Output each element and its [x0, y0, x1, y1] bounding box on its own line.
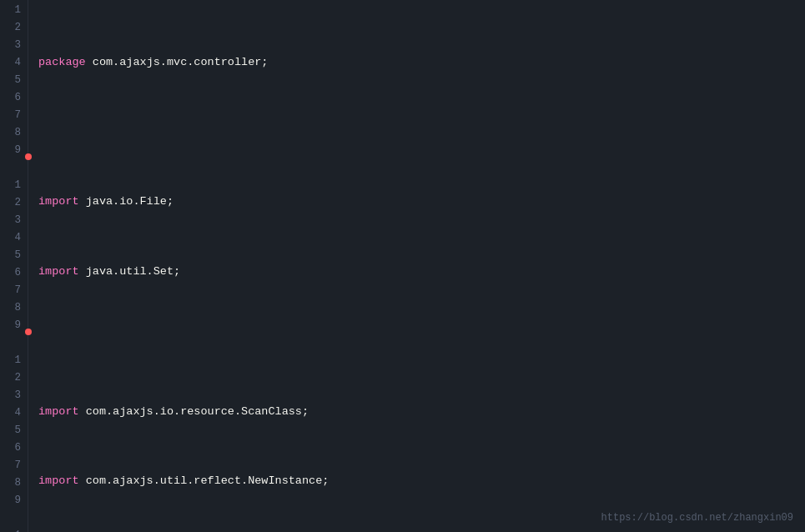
code-line-5 — [38, 334, 805, 351]
code-line-7: import com.ajaxjs.util.reflect.NewInstan… — [38, 473, 805, 490]
code-line-1: package com.ajaxjs.mvc.controller; — [38, 54, 805, 72]
code-lines: package com.ajaxjs.mvc.controller; impor… — [28, 0, 805, 532]
line-numbers: 1 2 3 4 5 6 7 8 9 1 2 3 4 5 6 7 8 9 1 2 … — [0, 0, 28, 532]
code-line-2 — [38, 124, 805, 142]
code-line-4: import java.util.Set; — [38, 263, 805, 281]
code-line-3: import java.io.File; — [38, 193, 805, 211]
breakpoint-indicator-1 — [25, 153, 32, 160]
code-line-6: import com.ajaxjs.io.resource.ScanClass; — [38, 404, 805, 421]
breakpoint-indicator-2 — [25, 329, 32, 335]
code-editor: 1 2 3 4 5 6 7 8 9 1 2 3 4 5 6 7 8 9 1 2 … — [0, 0, 805, 532]
watermark: https://blog.csdn.net/zhangxin09 — [601, 512, 793, 524]
